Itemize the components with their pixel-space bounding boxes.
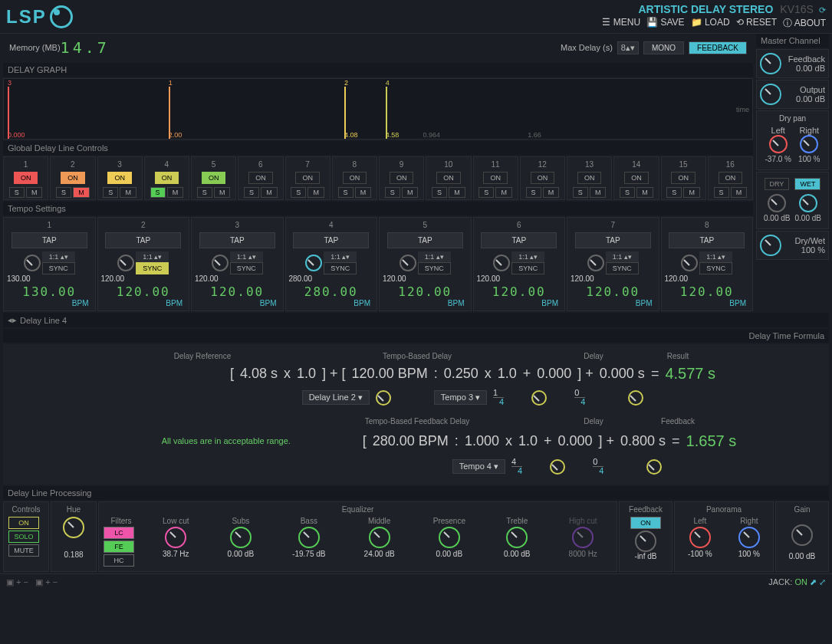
mute-button[interactable]: M [449, 187, 465, 198]
sync-button[interactable]: SYNC [699, 262, 732, 274]
fb-mul-knob[interactable] [550, 459, 565, 475]
sync-button[interactable]: SYNC [511, 262, 544, 274]
sync-button[interactable]: SYNC [230, 262, 263, 274]
ratio-spinner[interactable]: 1:1 ▴▾ [606, 251, 639, 262]
eq-knob[interactable] [298, 527, 320, 548]
mute-button[interactable]: M [543, 187, 560, 198]
max-delay-spinner[interactable]: 8 ▴▾ [617, 41, 639, 54]
on-button[interactable]: ON [671, 172, 696, 184]
solo-button[interactable]: S [666, 187, 682, 198]
sync-button[interactable]: SYNC [324, 262, 357, 274]
mute-button[interactable]: M [73, 187, 90, 198]
dry-button[interactable]: DRY [765, 178, 790, 190]
tempo-select-fb[interactable]: Tempo 4 ▾ [452, 459, 505, 474]
solo-button[interactable]: S [714, 187, 729, 198]
eq-knob[interactable] [439, 527, 460, 548]
mute-button[interactable]: M [495, 187, 512, 198]
tempo-mul-knob[interactable] [531, 390, 547, 406]
ratio-spinner[interactable]: 1:1 ▴▾ [230, 251, 263, 262]
mute-button[interactable]: M [636, 187, 653, 198]
on-button[interactable]: ON [155, 172, 179, 184]
feedback-knob[interactable] [760, 53, 781, 74]
mute-button[interactable]: M [214, 187, 231, 198]
solo-button[interactable]: S [385, 187, 400, 198]
solo-button[interactable]: S [573, 187, 588, 198]
mute-button[interactable]: M [683, 187, 700, 198]
footer-left-icons[interactable]: ▣ + − ▣ + − [6, 577, 58, 587]
tempo-knob[interactable] [117, 255, 134, 271]
on-button[interactable]: ON [14, 172, 38, 184]
tap-button[interactable]: TAP [105, 232, 181, 248]
solo-button[interactable]: S [244, 187, 259, 198]
sync-button[interactable]: SYNC [136, 262, 169, 274]
mute-button[interactable]: M [261, 187, 278, 198]
about-button[interactable]: ⓘ ABOUT [783, 17, 826, 30]
delay-ref-select[interactable]: Delay Line 2 ▾ [302, 390, 370, 405]
ratio-spinner[interactable]: 1:1 ▴▾ [511, 251, 544, 262]
eq-knob[interactable] [165, 527, 186, 548]
help-icon[interactable]: ⟳ [819, 5, 826, 15]
mute-button[interactable]: M [590, 187, 607, 198]
eq-knob[interactable] [369, 527, 390, 548]
feedback-on-button[interactable]: ON [630, 517, 661, 529]
ratio-spinner[interactable]: 1:1 ▴▾ [136, 251, 169, 262]
proc-mute-button[interactable]: MUTE [8, 544, 39, 557]
delay-offset-knob[interactable] [628, 390, 643, 406]
load-button[interactable]: 📁 LOAD [691, 17, 730, 30]
solo-button[interactable]: S [197, 187, 212, 198]
tempo-knob[interactable] [24, 255, 41, 271]
on-button[interactable]: ON [61, 172, 85, 184]
solo-button[interactable]: S [150, 187, 166, 198]
solo-button[interactable]: S [9, 187, 25, 198]
on-button[interactable]: ON [531, 172, 555, 184]
hue-knob[interactable] [63, 517, 84, 538]
mute-button[interactable]: M [167, 187, 184, 198]
drywet-knob[interactable] [760, 235, 781, 256]
tempo-knob[interactable] [493, 255, 510, 271]
ratio-spinner[interactable]: 1:1 ▴▾ [699, 251, 732, 262]
pan-right-knob[interactable] [738, 527, 760, 548]
feedback-gain-knob[interactable] [635, 531, 656, 552]
fe-filter-button[interactable]: FE [104, 540, 134, 553]
hc-filter-button[interactable]: HC [104, 554, 134, 567]
tap-button[interactable]: TAP [293, 232, 369, 248]
ref-mul-knob[interactable] [376, 390, 391, 406]
delay-graph[interactable]: time 30.00012.0024.0844.580.9641.66 [3, 78, 753, 140]
fb-delay-knob[interactable] [646, 459, 662, 475]
tap-button[interactable]: TAP [387, 232, 463, 248]
on-button[interactable]: ON [202, 172, 226, 184]
on-button[interactable]: ON [390, 172, 414, 184]
pan-left-knob[interactable] [689, 527, 711, 548]
sync-button[interactable]: SYNC [606, 262, 639, 274]
solo-button[interactable]: S [291, 187, 306, 198]
on-button[interactable]: ON [107, 172, 132, 184]
ratio-spinner[interactable]: 1:1 ▴▾ [418, 251, 451, 262]
solo-button[interactable]: S [56, 187, 71, 198]
menu-button[interactable]: ☰ MENU [602, 17, 640, 30]
on-button[interactable]: ON [624, 172, 649, 184]
footer-icons[interactable]: ⬈ ⤢ [810, 577, 826, 586]
on-button[interactable]: ON [436, 172, 461, 184]
feedback-button[interactable]: FEEDBACK [689, 41, 747, 54]
ratio-spinner[interactable]: 1:1 ▴▾ [42, 251, 75, 262]
sync-button[interactable]: SYNC [42, 262, 75, 274]
tempo-knob[interactable] [305, 255, 322, 271]
mute-button[interactable]: M [120, 187, 136, 198]
mute-button[interactable]: M [355, 187, 372, 198]
tap-button[interactable]: TAP [669, 232, 745, 248]
on-button[interactable]: ON [248, 172, 273, 184]
tempo-select-delay[interactable]: Tempo 3 ▾ [434, 390, 487, 405]
tap-button[interactable]: TAP [199, 232, 275, 248]
on-button[interactable]: ON [719, 172, 743, 184]
mono-button[interactable]: MONO [643, 41, 684, 54]
tempo-knob[interactable] [400, 255, 416, 271]
on-button[interactable]: ON [343, 172, 367, 184]
solo-button[interactable]: S [103, 187, 118, 198]
solo-button[interactable]: S [432, 187, 447, 198]
save-button[interactable]: 💾 SAVE [646, 17, 684, 30]
reset-button[interactable]: ⟲ RESET [736, 17, 777, 30]
solo-button[interactable]: S [526, 187, 541, 198]
mute-button[interactable]: M [402, 187, 419, 198]
mute-button[interactable]: M [731, 187, 748, 198]
sync-button[interactable]: SYNC [418, 262, 451, 274]
